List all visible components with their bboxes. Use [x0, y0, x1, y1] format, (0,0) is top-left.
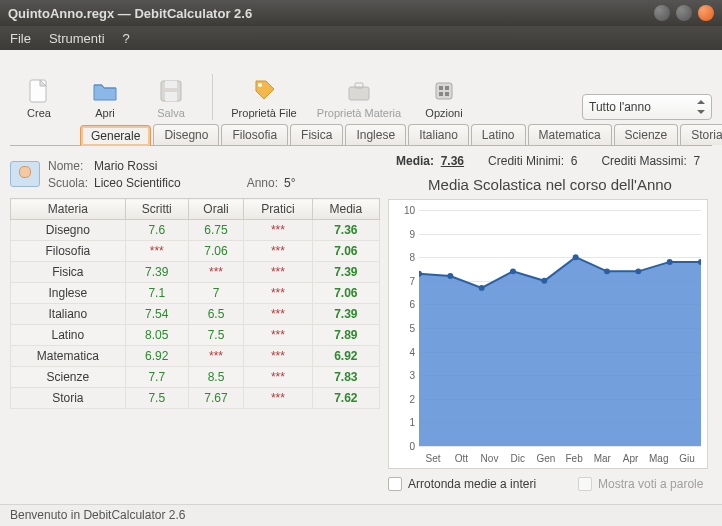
col-written[interactable]: Scritti	[125, 199, 188, 220]
svg-rect-2	[165, 81, 177, 88]
avatar-icon	[10, 161, 40, 187]
options-icon	[428, 75, 460, 107]
svg-rect-5	[349, 87, 369, 100]
maximize-button[interactable]	[676, 5, 692, 21]
window-title: QuintoAnno.regx — DebitCalculator 2.6	[8, 6, 648, 21]
col-practical[interactable]: Pratici	[244, 199, 312, 220]
tab-italiano[interactable]: Italiano	[408, 124, 469, 145]
stats-line: Media: 7.36 Crediti Minimi: 6 Crediti Ma…	[388, 154, 712, 168]
period-select[interactable]: Tutto l'anno	[582, 94, 712, 120]
svg-point-20	[667, 259, 673, 265]
tab-latino[interactable]: Latino	[471, 124, 526, 145]
menu-tools[interactable]: Strumenti	[49, 31, 105, 46]
tab-disegno[interactable]: Disegno	[153, 124, 219, 145]
svg-rect-8	[439, 86, 443, 90]
folder-open-icon	[89, 75, 121, 107]
tag-icon	[248, 75, 280, 107]
table-row[interactable]: Inglese7.17***7.06	[11, 283, 380, 304]
svg-rect-7	[436, 83, 452, 99]
toolbar-save: Salva	[142, 62, 200, 120]
table-row[interactable]: Storia7.57.67***7.62	[11, 388, 380, 409]
menu-file[interactable]: File	[10, 31, 31, 46]
table-row[interactable]: Latino8.057.5***7.89	[11, 325, 380, 346]
table-row[interactable]: Disegno7.66.75***7.36	[11, 220, 380, 241]
menu-help[interactable]: ?	[123, 31, 130, 46]
svg-point-4	[258, 83, 262, 87]
toolbar-open[interactable]: Apri	[76, 62, 134, 120]
col-avg[interactable]: Media	[312, 199, 379, 220]
svg-point-19	[635, 268, 641, 274]
table-row[interactable]: Scienze7.78.5***7.83	[11, 367, 380, 388]
titlebar: QuintoAnno.regx — DebitCalculator 2.6	[0, 0, 722, 26]
svg-rect-3	[165, 92, 177, 101]
tab-filosofia[interactable]: Filosofia	[221, 124, 288, 145]
svg-rect-9	[445, 86, 449, 90]
tab-fisica[interactable]: Fisica	[290, 124, 343, 145]
svg-point-14	[479, 285, 485, 291]
toolbar: Crea Apri Salva Proprietà File Proprietà…	[10, 56, 712, 120]
chart-title: Media Scolastica nel corso dell'Anno	[388, 176, 712, 193]
chart-options: Arrotonda medie a interi Mostra voti a p…	[388, 477, 712, 491]
toolbar-create[interactable]: Crea	[10, 62, 68, 120]
col-oral[interactable]: Orali	[188, 199, 243, 220]
toolbar-options[interactable]: Opzioni	[415, 62, 473, 120]
words-checkbox	[578, 477, 592, 491]
file-new-icon	[23, 75, 55, 107]
statusbar: Benvenuto in DebitCalculator 2.6	[0, 504, 722, 526]
grades-table: Materia Scritti Orali Pratici Media Dise…	[10, 198, 380, 409]
svg-rect-10	[439, 92, 443, 96]
tab-generale[interactable]: Generale	[80, 125, 151, 146]
svg-point-13	[447, 273, 453, 279]
tab-inglese[interactable]: Inglese	[345, 124, 406, 145]
tab-matematica[interactable]: Matematica	[528, 124, 612, 145]
minimize-button[interactable]	[654, 5, 670, 21]
table-row[interactable]: Fisica7.39******7.39	[11, 262, 380, 283]
right-panel: Media: 7.36 Crediti Minimi: 6 Crediti Ma…	[388, 154, 712, 526]
subject-tabs: GeneraleDisegnoFilosofiaFisicaIngleseIta…	[10, 124, 712, 146]
toolbar-fileprops[interactable]: Proprietà File	[225, 62, 303, 120]
table-row[interactable]: Matematica6.92******6.92	[11, 346, 380, 367]
col-subject[interactable]: Materia	[11, 199, 126, 220]
svg-point-18	[604, 268, 610, 274]
table-row[interactable]: Italiano7.546.5***7.39	[11, 304, 380, 325]
student-info: Nome: Mario Rossi Scuola: Liceo Scientif…	[10, 154, 380, 194]
round-checkbox[interactable]	[388, 477, 402, 491]
tab-scienze[interactable]: Scienze	[614, 124, 679, 145]
svg-point-15	[510, 268, 516, 274]
toolbar-separator	[212, 74, 213, 120]
svg-point-16	[541, 278, 547, 284]
tab-storia[interactable]: Storia	[680, 124, 722, 145]
toolbar-subjprops: Proprietà Materia	[311, 62, 407, 120]
overall-average: 7.36	[441, 154, 464, 168]
briefcase-icon	[343, 75, 375, 107]
svg-rect-11	[445, 92, 449, 96]
svg-point-17	[573, 254, 579, 260]
close-button[interactable]	[698, 5, 714, 21]
left-panel: Nome: Mario Rossi Scuola: Liceo Scientif…	[10, 154, 380, 526]
menubar: File Strumenti ?	[0, 26, 722, 50]
save-icon	[155, 75, 187, 107]
content: Crea Apri Salva Proprietà File Proprietà…	[0, 50, 722, 526]
chart: 012345678910 SetOttNovDicGenFebMarAprMag…	[388, 199, 708, 469]
table-row[interactable]: Filosofia***7.06***7.06	[11, 241, 380, 262]
